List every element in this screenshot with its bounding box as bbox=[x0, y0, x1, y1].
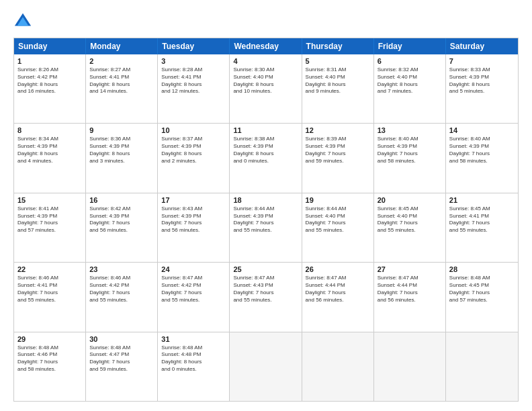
cell-info: Sunrise: 8:47 AM Sunset: 4:44 PM Dayligh… bbox=[378, 275, 442, 304]
cell-info: Sunrise: 8:41 AM Sunset: 4:39 PM Dayligh… bbox=[17, 205, 82, 234]
header-day-wednesday: Wednesday bbox=[230, 38, 302, 54]
calendar-cell: 14Sunrise: 8:40 AM Sunset: 4:39 PM Dayli… bbox=[446, 124, 518, 192]
calendar-cell: 3Sunrise: 8:28 AM Sunset: 4:41 PM Daylig… bbox=[158, 54, 230, 123]
day-number: 2 bbox=[89, 57, 154, 65]
day-number: 14 bbox=[449, 126, 515, 134]
cell-info: Sunrise: 8:45 AM Sunset: 4:41 PM Dayligh… bbox=[449, 205, 515, 234]
cell-info: Sunrise: 8:48 AM Sunset: 4:45 PM Dayligh… bbox=[449, 275, 515, 304]
day-number: 4 bbox=[233, 57, 298, 65]
cell-info: Sunrise: 8:42 AM Sunset: 4:39 PM Dayligh… bbox=[89, 205, 154, 234]
day-number: 3 bbox=[161, 57, 226, 65]
day-number: 17 bbox=[161, 196, 226, 204]
cell-info: Sunrise: 8:37 AM Sunset: 4:39 PM Dayligh… bbox=[161, 136, 226, 165]
calendar-row-3: 15Sunrise: 8:41 AM Sunset: 4:39 PM Dayli… bbox=[14, 193, 518, 262]
calendar-cell: 30Sunrise: 8:48 AM Sunset: 4:47 PM Dayli… bbox=[86, 332, 158, 401]
cell-info: Sunrise: 8:47 AM Sunset: 4:43 PM Dayligh… bbox=[233, 275, 298, 304]
day-number: 20 bbox=[378, 196, 442, 204]
logo bbox=[13, 12, 35, 31]
calendar-cell: 29Sunrise: 8:48 AM Sunset: 4:46 PM Dayli… bbox=[14, 332, 86, 401]
day-number: 5 bbox=[306, 57, 370, 65]
header bbox=[13, 12, 519, 31]
cell-info: Sunrise: 8:38 AM Sunset: 4:39 PM Dayligh… bbox=[233, 136, 298, 165]
day-number: 16 bbox=[89, 196, 154, 204]
calendar-body: 1Sunrise: 8:26 AM Sunset: 4:42 PM Daylig… bbox=[14, 54, 518, 401]
day-number: 13 bbox=[378, 126, 442, 134]
calendar-cell: 20Sunrise: 8:45 AM Sunset: 4:40 PM Dayli… bbox=[374, 193, 446, 262]
day-number: 15 bbox=[17, 196, 82, 204]
cell-info: Sunrise: 8:27 AM Sunset: 4:41 PM Dayligh… bbox=[89, 66, 154, 95]
day-number: 27 bbox=[378, 265, 442, 273]
calendar-cell bbox=[374, 332, 446, 401]
calendar-cell: 26Sunrise: 8:47 AM Sunset: 4:44 PM Dayli… bbox=[302, 263, 374, 331]
calendar-cell: 1Sunrise: 8:26 AM Sunset: 4:42 PM Daylig… bbox=[14, 54, 86, 123]
calendar-cell: 12Sunrise: 8:39 AM Sunset: 4:39 PM Dayli… bbox=[302, 124, 374, 192]
calendar-row-5: 29Sunrise: 8:48 AM Sunset: 4:46 PM Dayli… bbox=[14, 332, 518, 401]
header-day-tuesday: Tuesday bbox=[158, 38, 230, 54]
header-day-monday: Monday bbox=[86, 38, 158, 54]
cell-info: Sunrise: 8:48 AM Sunset: 4:47 PM Dayligh… bbox=[89, 345, 154, 373]
day-number: 29 bbox=[17, 335, 82, 343]
calendar-cell: 27Sunrise: 8:47 AM Sunset: 4:44 PM Dayli… bbox=[374, 263, 446, 331]
calendar-cell: 7Sunrise: 8:33 AM Sunset: 4:39 PM Daylig… bbox=[446, 54, 518, 123]
header-day-friday: Friday bbox=[374, 38, 446, 54]
cell-info: Sunrise: 8:48 AM Sunset: 4:48 PM Dayligh… bbox=[161, 345, 226, 373]
header-day-sunday: Sunday bbox=[14, 38, 86, 54]
calendar-cell bbox=[446, 332, 518, 401]
day-number: 30 bbox=[89, 335, 154, 343]
calendar-cell bbox=[302, 332, 374, 401]
calendar-cell: 17Sunrise: 8:43 AM Sunset: 4:39 PM Dayli… bbox=[158, 193, 230, 262]
calendar-cell: 24Sunrise: 8:47 AM Sunset: 4:42 PM Dayli… bbox=[158, 263, 230, 331]
day-number: 24 bbox=[161, 265, 226, 273]
calendar-cell bbox=[230, 332, 302, 401]
logo-icon bbox=[13, 12, 32, 31]
calendar-cell: 11Sunrise: 8:38 AM Sunset: 4:39 PM Dayli… bbox=[230, 124, 302, 192]
cell-info: Sunrise: 8:45 AM Sunset: 4:40 PM Dayligh… bbox=[378, 205, 442, 234]
calendar-cell: 2Sunrise: 8:27 AM Sunset: 4:41 PM Daylig… bbox=[86, 54, 158, 123]
calendar-cell: 9Sunrise: 8:36 AM Sunset: 4:39 PM Daylig… bbox=[86, 124, 158, 192]
cell-info: Sunrise: 8:30 AM Sunset: 4:40 PM Dayligh… bbox=[233, 66, 298, 95]
calendar-row-2: 8Sunrise: 8:34 AM Sunset: 4:39 PM Daylig… bbox=[14, 123, 518, 192]
day-number: 19 bbox=[306, 196, 370, 204]
day-number: 18 bbox=[233, 196, 298, 204]
header-day-thursday: Thursday bbox=[302, 38, 374, 54]
day-number: 9 bbox=[89, 126, 154, 134]
cell-info: Sunrise: 8:26 AM Sunset: 4:42 PM Dayligh… bbox=[17, 66, 82, 95]
cell-info: Sunrise: 8:46 AM Sunset: 4:42 PM Dayligh… bbox=[89, 275, 154, 304]
day-number: 1 bbox=[17, 57, 82, 65]
calendar-cell: 18Sunrise: 8:44 AM Sunset: 4:39 PM Dayli… bbox=[230, 193, 302, 262]
day-number: 28 bbox=[449, 265, 515, 273]
cell-info: Sunrise: 8:46 AM Sunset: 4:41 PM Dayligh… bbox=[17, 275, 82, 304]
calendar-cell: 5Sunrise: 8:31 AM Sunset: 4:40 PM Daylig… bbox=[302, 54, 374, 123]
day-number: 21 bbox=[449, 196, 515, 204]
calendar-cell: 23Sunrise: 8:46 AM Sunset: 4:42 PM Dayli… bbox=[86, 263, 158, 331]
day-number: 23 bbox=[89, 265, 154, 273]
day-number: 7 bbox=[449, 57, 515, 65]
cell-info: Sunrise: 8:47 AM Sunset: 4:42 PM Dayligh… bbox=[161, 275, 226, 304]
calendar-cell: 4Sunrise: 8:30 AM Sunset: 4:40 PM Daylig… bbox=[230, 54, 302, 123]
calendar-cell: 15Sunrise: 8:41 AM Sunset: 4:39 PM Dayli… bbox=[14, 193, 86, 262]
day-number: 31 bbox=[161, 335, 226, 343]
calendar-cell: 25Sunrise: 8:47 AM Sunset: 4:43 PM Dayli… bbox=[230, 263, 302, 331]
day-number: 10 bbox=[161, 126, 226, 134]
calendar-cell: 13Sunrise: 8:40 AM Sunset: 4:39 PM Dayli… bbox=[374, 124, 446, 192]
calendar-cell: 28Sunrise: 8:48 AM Sunset: 4:45 PM Dayli… bbox=[446, 263, 518, 331]
cell-info: Sunrise: 8:40 AM Sunset: 4:39 PM Dayligh… bbox=[378, 136, 442, 165]
day-number: 8 bbox=[17, 126, 82, 134]
calendar-cell: 8Sunrise: 8:34 AM Sunset: 4:39 PM Daylig… bbox=[14, 124, 86, 192]
day-number: 25 bbox=[233, 265, 298, 273]
day-number: 26 bbox=[306, 265, 370, 273]
calendar-cell: 22Sunrise: 8:46 AM Sunset: 4:41 PM Dayli… bbox=[14, 263, 86, 331]
calendar-row-1: 1Sunrise: 8:26 AM Sunset: 4:42 PM Daylig… bbox=[14, 54, 518, 123]
cell-info: Sunrise: 8:31 AM Sunset: 4:40 PM Dayligh… bbox=[306, 66, 370, 95]
calendar-cell: 31Sunrise: 8:48 AM Sunset: 4:48 PM Dayli… bbox=[158, 332, 230, 401]
cell-info: Sunrise: 8:39 AM Sunset: 4:39 PM Dayligh… bbox=[306, 136, 370, 165]
cell-info: Sunrise: 8:40 AM Sunset: 4:39 PM Dayligh… bbox=[449, 136, 515, 165]
header-day-saturday: Saturday bbox=[446, 38, 518, 54]
calendar-cell: 19Sunrise: 8:44 AM Sunset: 4:40 PM Dayli… bbox=[302, 193, 374, 262]
cell-info: Sunrise: 8:44 AM Sunset: 4:39 PM Dayligh… bbox=[233, 205, 298, 234]
calendar-cell: 10Sunrise: 8:37 AM Sunset: 4:39 PM Dayli… bbox=[158, 124, 230, 192]
day-number: 22 bbox=[17, 265, 82, 273]
cell-info: Sunrise: 8:43 AM Sunset: 4:39 PM Dayligh… bbox=[161, 205, 226, 234]
calendar-row-4: 22Sunrise: 8:46 AM Sunset: 4:41 PM Dayli… bbox=[14, 262, 518, 331]
day-number: 12 bbox=[306, 126, 370, 134]
